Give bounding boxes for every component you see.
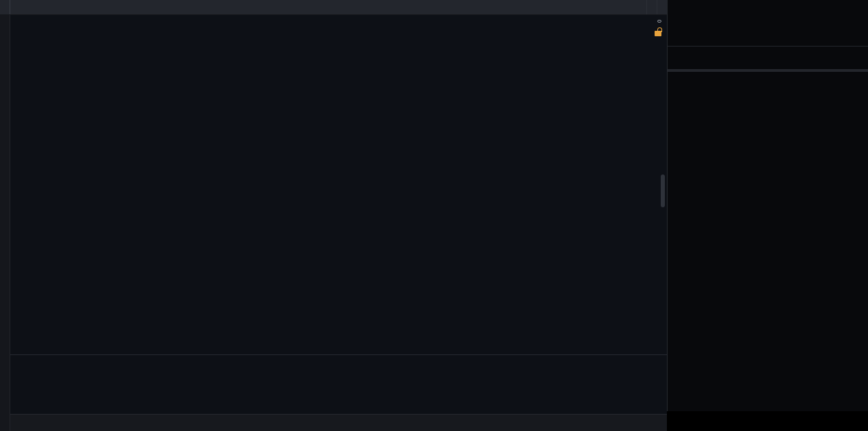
indicator-tab-bar — [10, 414, 667, 431]
gear-icon[interactable] — [646, 0, 657, 14]
candlestick-chart[interactable] — [10, 40, 667, 354]
chevron-double-right-icon[interactable] — [657, 0, 667, 14]
tick-table-header — [668, 71, 868, 84]
scrollbar-thumb[interactable] — [661, 174, 665, 207]
macd-chart[interactable] — [10, 369, 667, 404]
time-axis — [10, 404, 667, 414]
quote-panel — [667, 0, 868, 431]
left-sidebar — [0, 15, 10, 431]
image-source-watermark — [667, 411, 868, 431]
top-nav-bar — [0, 0, 667, 15]
panel-expand-icon[interactable] — [657, 207, 666, 218]
ask-row — [668, 47, 868, 58]
collapse-icon[interactable] — [0, 0, 10, 14]
quote-info-bar — [10, 15, 667, 27]
wp-window-icon[interactable] — [657, 20, 661, 23]
bid-row — [668, 58, 868, 70]
chart-area — [10, 15, 667, 431]
unlock-icon[interactable] — [655, 31, 661, 36]
ma-values-bar — [10, 27, 667, 40]
macd-indicator-header — [10, 354, 667, 369]
